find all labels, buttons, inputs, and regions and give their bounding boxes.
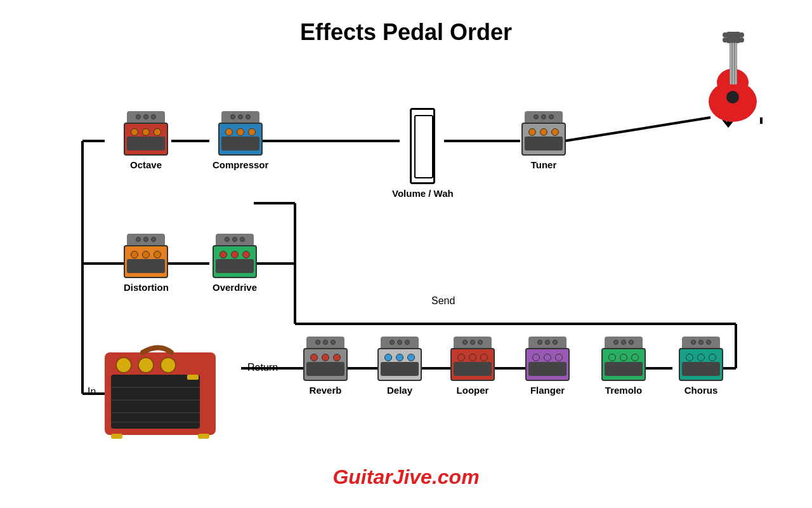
knob-trem-2	[621, 340, 626, 345]
knob-trem-1	[613, 340, 619, 345]
knob-del-3	[405, 340, 410, 345]
svg-point-27	[726, 91, 739, 104]
knob-flan-3	[553, 340, 558, 345]
pedal-foot	[525, 137, 563, 150]
knob-od-2	[232, 237, 237, 242]
page-title: Effects Pedal Order	[300, 19, 512, 46]
amp	[98, 340, 225, 444]
pedal-chorus: Chorus	[679, 337, 723, 396]
pedal-knob	[407, 354, 415, 361]
knob-chor-3	[706, 340, 711, 345]
knob-od-3	[240, 237, 245, 242]
pedal-knob	[540, 128, 547, 136]
pedal-knob	[608, 354, 616, 361]
knob-comp-2	[238, 114, 243, 119]
knob-dist-1	[136, 237, 141, 242]
pedal-knob	[242, 251, 250, 258]
knob-octave-3	[151, 114, 156, 119]
distortion-label: Distortion	[124, 282, 169, 293]
svg-rect-29	[726, 32, 740, 43]
pedal-knob	[322, 354, 329, 361]
pedal-distortion: Distortion	[124, 234, 169, 293]
svg-point-33	[723, 32, 728, 37]
knob-trem-3	[629, 340, 634, 345]
knob-dist-2	[143, 237, 148, 242]
pedal-looper: Looper	[450, 337, 495, 396]
delay-label: Delay	[387, 385, 412, 396]
knob-loop-1	[462, 340, 468, 345]
pedal-knob	[131, 251, 138, 258]
svg-point-34	[723, 37, 728, 43]
pedal-foot	[528, 362, 566, 376]
tremolo-label: Tremolo	[605, 385, 642, 396]
pedal-overdrive: Overdrive	[213, 234, 257, 293]
svg-rect-47	[187, 375, 199, 380]
knob-chor-2	[698, 340, 704, 345]
octave-label: Octave	[130, 159, 162, 170]
return-label: Return	[247, 362, 278, 373]
pedal-knob	[248, 128, 256, 136]
knob-flan-2	[545, 340, 550, 345]
knob-tuner-2	[541, 114, 546, 119]
svg-point-36	[739, 37, 744, 43]
pedal-knob	[310, 354, 318, 361]
svg-rect-48	[111, 434, 122, 439]
knob-tuner-1	[534, 114, 539, 119]
knob-rev-2	[323, 340, 328, 345]
knob-tuner-3	[549, 114, 554, 119]
knob-octave-1	[136, 114, 141, 119]
svg-rect-39	[111, 375, 200, 429]
pedal-foot	[127, 259, 165, 273]
compressor-label: Compressor	[213, 159, 268, 170]
svg-point-35	[739, 32, 744, 37]
pedal-knob	[709, 354, 716, 361]
svg-line-0	[565, 117, 710, 141]
pedal-tuner: Tuner	[521, 111, 566, 170]
pedal-reverb: Reverb	[303, 337, 348, 396]
pedal-foot	[127, 137, 165, 150]
knob-chor-1	[691, 340, 696, 345]
knob-comp-3	[246, 114, 251, 119]
pedal-knob	[555, 354, 563, 361]
pedal-foot	[306, 362, 344, 376]
pedal-knob	[620, 354, 627, 361]
pedal-knob	[528, 128, 536, 136]
pedal-foot	[381, 362, 419, 376]
knob-flan-1	[537, 340, 542, 345]
flanger-label: Flanger	[530, 385, 565, 396]
svg-rect-49	[198, 434, 209, 439]
pedal-knob	[469, 354, 476, 361]
send-label: Send	[431, 295, 455, 307]
pedal-knob	[142, 251, 150, 258]
chorus-label: Chorus	[684, 385, 718, 396]
pedal-knob	[225, 128, 233, 136]
pedal-foot	[682, 362, 720, 376]
pedal-foot	[454, 362, 492, 376]
pedal-knob	[231, 251, 239, 258]
svg-point-46	[160, 358, 176, 373]
pedal-knob	[219, 251, 227, 258]
pedal-knob	[154, 251, 161, 258]
knob-rev-3	[331, 340, 336, 345]
footer-link[interactable]: GuitarJive.com	[332, 465, 479, 489]
pedal-knob	[544, 354, 551, 361]
pedal-knob	[480, 354, 488, 361]
looper-label: Looper	[457, 385, 489, 396]
overdrive-label: Overdrive	[213, 282, 257, 293]
pedal-knob	[697, 354, 705, 361]
pedal-foot	[221, 137, 259, 150]
pedal-foot	[605, 362, 643, 376]
svg-point-44	[116, 358, 131, 373]
pedal-knob	[142, 128, 150, 136]
volume-wah-label: Volume / Wah	[392, 188, 454, 199]
pedal-knob	[333, 354, 341, 361]
pedal-flanger: Flanger	[525, 337, 570, 396]
knob-rev-1	[315, 340, 320, 345]
pedal-knob	[396, 354, 403, 361]
pedal-tremolo: Tremolo	[601, 337, 646, 396]
pedal-knob	[154, 128, 161, 136]
knob-od-1	[225, 237, 230, 242]
pedal-volume-wah: Volume / Wah	[392, 108, 454, 199]
in-label: In	[88, 386, 96, 398]
knob-loop-3	[478, 340, 483, 345]
